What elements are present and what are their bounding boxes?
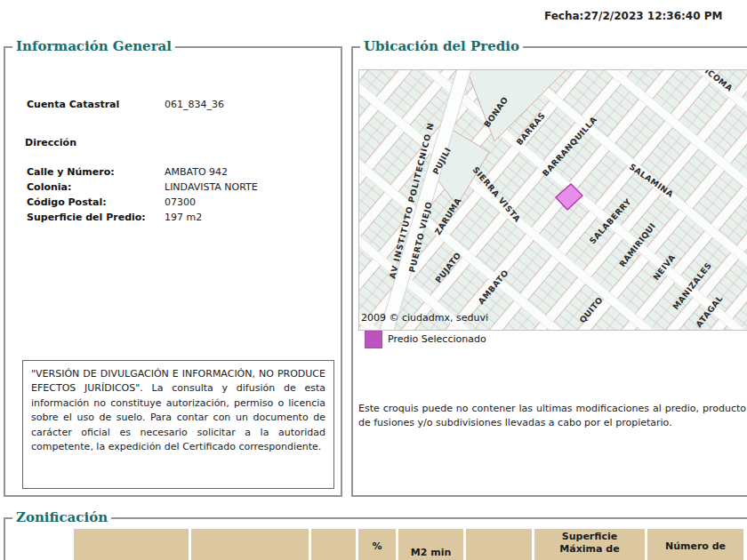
zoning-title: Zonificación — [12, 509, 111, 525]
location-title: Ubicación del Predio — [360, 38, 523, 54]
zoning-panel: Zonificación % M2 min Superficie Máxima … — [4, 517, 747, 560]
codigo-postal-value: 07300 — [165, 196, 196, 208]
parcel-map[interactable]: AV INSTITUTO POLITECNICO N PUERTO VIEJO … — [358, 69, 747, 331]
report-date: Fecha:27/2/2023 12:36:40 PM — [544, 10, 722, 22]
zoning-header-cell: Superficie Máxima de — [534, 529, 645, 560]
cuenta-catastral-label: Cuenta Catastral — [27, 99, 119, 110]
colonia-value: LINDAVISTA NORTE — [165, 181, 258, 193]
zoning-header-cell: Número de — [647, 529, 743, 560]
general-info-panel: Información General Cuenta Catastral 061… — [4, 46, 342, 497]
calle-numero-label: Calle y Número: — [27, 166, 115, 178]
general-info-title: Información General — [12, 38, 175, 54]
zoning-header-cell — [191, 529, 309, 560]
cadastral-report-page: { "header": { "date_label": "Fecha:27/2/… — [0, 0, 747, 560]
zoning-header-cell — [466, 529, 532, 560]
selected-parcel-label: Predio Seleccionado — [388, 333, 486, 345]
direccion-label: Dirección — [25, 137, 76, 148]
zoning-header-cell: M2 min — [398, 529, 463, 560]
legal-disclaimer: "VERSIÓN DE DIVULGACIÓN E INFORMACIÓN, N… — [22, 360, 334, 489]
zoning-header-cell — [74, 529, 189, 560]
map-canvas: AV INSTITUTO POLITECNICO N PUERTO VIEJO … — [359, 70, 747, 330]
codigo-postal-label: Código Postal: — [27, 196, 107, 208]
superficie-value: 197 m2 — [165, 212, 202, 223]
zoning-header-cell — [311, 529, 356, 560]
superficie-label: Superficie del Predio: — [27, 212, 146, 223]
zoning-table-header-row: % M2 min Superficie Máxima de Número de — [74, 529, 743, 560]
cuenta-catastral-value: 061_834_36 — [165, 99, 224, 110]
map-copyright: 2009 © ciudadmx, seduvi — [361, 312, 488, 324]
map-note: Este croquis puede no contener las ultim… — [358, 402, 746, 430]
calle-numero-value: AMBATO 942 — [165, 166, 228, 178]
location-panel: Ubicación del Predio — [351, 46, 747, 497]
zoning-header-cell: % — [358, 529, 396, 560]
colonia-label: Colonia: — [27, 181, 71, 193]
selected-parcel-swatch — [365, 331, 382, 348]
